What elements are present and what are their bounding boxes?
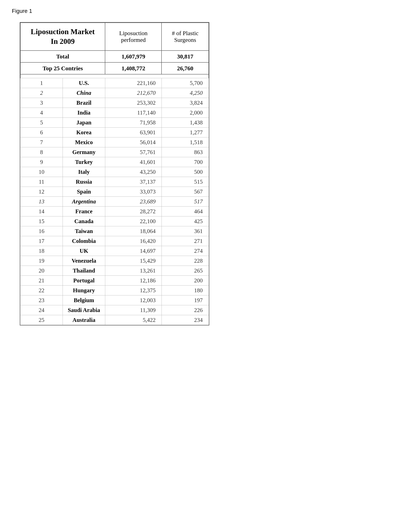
table-row: 17Colombia16,420271 <box>20 236 209 246</box>
table-row: 16Taiwan18,064361 <box>20 226 209 236</box>
lipo-cell: 18,064 <box>105 226 162 236</box>
country-cell: France <box>63 207 105 216</box>
table-row: 8Germany57,761863 <box>20 147 209 157</box>
surgeons-cell: 180 <box>162 286 209 296</box>
rank-cell: 19 <box>20 256 63 266</box>
surgeons-cell: 2,000 <box>162 108 209 118</box>
table-row: 22Hungary12,375180 <box>20 286 209 296</box>
country-cell: China <box>63 88 105 98</box>
rank-cell: 18 <box>20 246 63 256</box>
lipo-cell: 12,186 <box>105 276 162 286</box>
rank-cell: 24 <box>20 305 63 315</box>
rank-cell: 20 <box>20 266 63 276</box>
rank-cell: 3 <box>20 98 63 108</box>
rank-cell: 23 <box>20 296 63 305</box>
lipo-cell: 23,689 <box>105 197 162 207</box>
country-cell: Japan <box>63 118 105 128</box>
surgeons-cell: 1,518 <box>162 137 209 147</box>
rank-cell: 5 <box>20 118 63 128</box>
rank-cell: 2 <box>20 88 63 98</box>
surgeons-cell: 228 <box>162 256 209 266</box>
table-row: 20Thailand13,261265 <box>20 266 209 276</box>
rank-cell: 4 <box>20 108 63 118</box>
surgeons-cell: 200 <box>162 276 209 286</box>
surgeons-cell: 863 <box>162 147 209 157</box>
col-header-surgeons: # of Plastic Surgeons <box>162 23 209 51</box>
surgeons-cell: 197 <box>162 296 209 305</box>
table-row: 25Australia5,422234 <box>20 315 209 325</box>
rank-cell: 11 <box>20 177 63 187</box>
surgeons-cell: 265 <box>162 266 209 276</box>
lipo-cell: 253,302 <box>105 98 162 108</box>
surgeons-cell: 700 <box>162 157 209 167</box>
surgeons-cell: 361 <box>162 226 209 236</box>
lipo-cell: 14,697 <box>105 246 162 256</box>
table-row: 24Saudi Arabia11,309226 <box>20 305 209 315</box>
surgeons-cell: 4,250 <box>162 88 209 98</box>
table-row: 18UK14,697274 <box>20 246 209 256</box>
summary-row: Top 25 Contries1,408,77226,760 <box>20 62 209 74</box>
data-table: Liposuction MarketIn 2009Liposuction per… <box>20 22 209 325</box>
country-cell: U.S. <box>63 78 105 88</box>
country-cell: Taiwan <box>63 226 105 236</box>
rank-cell: 6 <box>20 128 63 137</box>
country-cell: Canada <box>63 216 105 226</box>
country-cell: Turkey <box>63 157 105 167</box>
country-cell: Saudi Arabia <box>63 305 105 315</box>
country-cell: Argentina <box>63 197 105 207</box>
table-row: 15Canada22,100425 <box>20 216 209 226</box>
lipo-cell: 41,601 <box>105 157 162 167</box>
rank-cell: 17 <box>20 236 63 246</box>
lipo-cell: 33,073 <box>105 187 162 197</box>
table-row: 11Russia37,137515 <box>20 177 209 187</box>
table-row: 1U.S.221,1605,700 <box>20 78 209 88</box>
country-cell: Hungary <box>63 286 105 296</box>
rank-cell: 12 <box>20 187 63 197</box>
lipo-cell: 12,003 <box>105 296 162 305</box>
surgeons-cell: 3,824 <box>162 98 209 108</box>
country-cell: Korea <box>63 128 105 137</box>
country-cell: Portugal <box>63 276 105 286</box>
spacer-row <box>20 74 209 78</box>
lipo-cell: 11,309 <box>105 305 162 315</box>
country-cell: UK <box>63 246 105 256</box>
rank-cell: 25 <box>20 315 63 325</box>
surgeons-cell: 1,277 <box>162 128 209 137</box>
rank-cell: 21 <box>20 276 63 286</box>
rank-cell: 13 <box>20 197 63 207</box>
lipo-cell: 71,958 <box>105 118 162 128</box>
country-cell: Colombia <box>63 236 105 246</box>
surgeons-cell: 425 <box>162 216 209 226</box>
table-row: 21Portugal12,186200 <box>20 276 209 286</box>
rank-cell: 7 <box>20 137 63 147</box>
table-row: 2China212,6704,250 <box>20 88 209 98</box>
rank-cell: 8 <box>20 147 63 157</box>
surgeons-cell: 274 <box>162 246 209 256</box>
table-row: 3Brazil253,3023,824 <box>20 98 209 108</box>
table-row: 19Venezuela15,429228 <box>20 256 209 266</box>
rank-cell: 14 <box>20 207 63 216</box>
country-cell: Germany <box>63 147 105 157</box>
lipo-cell: 22,100 <box>105 216 162 226</box>
table-row: 14France28,272464 <box>20 207 209 216</box>
country-cell: Belgium <box>63 296 105 305</box>
lipo-cell: 13,261 <box>105 266 162 276</box>
lipo-cell: 12,375 <box>105 286 162 296</box>
lipo-cell: 28,272 <box>105 207 162 216</box>
rank-cell: 15 <box>20 216 63 226</box>
lipo-cell: 63,901 <box>105 128 162 137</box>
table-row: 23Belgium12,003197 <box>20 296 209 305</box>
surgeons-cell: 1,438 <box>162 118 209 128</box>
country-cell: Russia <box>63 177 105 187</box>
surgeons-cell: 271 <box>162 236 209 246</box>
lipo-cell: 16,420 <box>105 236 162 246</box>
table-row: 7Mexico56,0141,518 <box>20 137 209 147</box>
lipo-cell: 15,429 <box>105 256 162 266</box>
rank-cell: 22 <box>20 286 63 296</box>
country-cell: Venezuela <box>63 256 105 266</box>
lipo-cell: 117,140 <box>105 108 162 118</box>
lipo-cell: 43,250 <box>105 167 162 177</box>
table-row: 5Japan71,9581,438 <box>20 118 209 128</box>
country-cell: Italy <box>63 167 105 177</box>
country-cell: Spain <box>63 187 105 197</box>
